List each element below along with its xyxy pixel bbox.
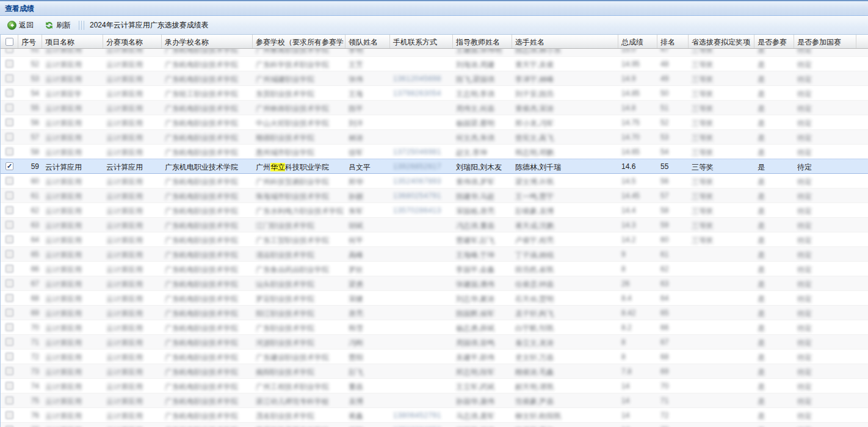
- cell-text-players: 刘子安,陈浩: [515, 90, 554, 98]
- table-row[interactable]: 51云计算应用云计算应用广东机电职业技术学院广州番禺职业技术学院李明王建国,张伟…: [1, 49, 868, 57]
- row-checkbox[interactable]: [5, 396, 13, 404]
- row-checkbox[interactable]: [5, 367, 13, 375]
- row-checkbox[interactable]: [5, 294, 13, 302]
- column-header-school[interactable]: 参赛学校（要求所有参赛学: [253, 35, 345, 48]
- cell-rank: 66: [657, 320, 689, 334]
- column-header-num[interactable]: 序号: [18, 35, 42, 48]
- column-header-teachers[interactable]: 指导教师姓名: [453, 35, 512, 48]
- table-row[interactable]: 71云计算应用云计算应用广东机电职业技术学院河源职业技术学院冯刚周国强,雷鸣秦立…: [1, 335, 868, 350]
- table-row[interactable]: 69云计算应用云计算应用广东机电职业技术学院阳江职业技术学院唐亮陈国辉,侯军孟子…: [1, 306, 868, 320]
- table-row[interactable]: 73云计算应用云计算应用广东机电职业技术学院揭阳职业技术学院彭飞郑志明,段军顾俊…: [1, 364, 868, 379]
- table-row[interactable]: 70云计算应用云计算应用广东机电职业技术学院广东职业技术学院韩雪杨志勇,薛斌白宇…: [1, 320, 868, 335]
- row-checkbox[interactable]: [5, 89, 13, 97]
- row-checkbox[interactable]: [5, 192, 13, 199]
- row-checkbox[interactable]: [5, 411, 13, 419]
- table-row[interactable]: 57云计算应用云计算应用广东机电职业技术学院顺德职业技术学院林涛何文杰,朱强曾宪…: [1, 130, 868, 145]
- cell-text-rank: 61: [660, 250, 668, 259]
- cell-teachers: 冯志强,董磊: [453, 218, 512, 232]
- grid-body[interactable]: 51云计算应用云计算应用广东机电职业技术学院广州番禺职业技术学院李明王建国,张伟…: [1, 49, 868, 427]
- select-all-header[interactable]: [1, 35, 18, 48]
- cell-joined: 是: [754, 218, 794, 232]
- cell-subevent: 云计算应用: [103, 232, 162, 246]
- column-header-players[interactable]: 选手姓名: [512, 35, 618, 48]
- row-checkbox[interactable]: [5, 323, 13, 331]
- cell-text-national: 待定: [797, 90, 812, 98]
- cell-score: 7.8: [618, 364, 657, 378]
- cell-school: 清远职业技术学院: [253, 247, 345, 261]
- row-checkbox[interactable]: [5, 118, 13, 126]
- table-row[interactable]: 55云计算应用云计算应用广东机电职业技术学院广州铁路职业技术学院陈平周伟文,何磊…: [1, 101, 868, 115]
- table-row[interactable]: 62云计算应用云计算应用广东机电职业技术学院广东水利电力职业技术学院朱军1357…: [1, 203, 868, 218]
- table-row[interactable]: 61云计算应用云计算应用广东机电职业技术学院珠海城市职业技术学院孙丽136802…: [1, 188, 868, 203]
- cell-teachers: 王海峰,于坤: [453, 247, 512, 261]
- column-header-leader[interactable]: 领队姓名: [345, 35, 390, 48]
- row-checkbox[interactable]: [5, 162, 13, 170]
- search-highlight: 华立: [270, 163, 285, 171]
- row-checkbox[interactable]: [5, 177, 13, 185]
- row-checkbox[interactable]: [5, 74, 13, 82]
- column-header-rank[interactable]: 排名: [657, 35, 689, 48]
- table-row[interactable]: 56云计算应用云计算应用广东机电职业技术学院中山火炬职业技术学院刘洋杨国梁,蔡明…: [1, 115, 868, 130]
- table-row[interactable]: 59云计算应用云计算应用广东机电职业技术学院广州华立科技职业学院吕文平13926…: [1, 159, 868, 174]
- cell-host: 广东机电职业技术学院: [162, 306, 253, 320]
- select-all-checkbox[interactable]: [5, 38, 13, 46]
- table-row[interactable]: 67云计算应用云计算应用广东机电职业技术学院汕头职业技术学院梁勇张建国,潘伟任俊…: [1, 276, 868, 291]
- table-row[interactable]: 74云计算应用云计算应用广东机电职业技术学院广州工程技术职业学院董磊王立军,武斌…: [1, 379, 868, 393]
- table-row[interactable]: 54云计算应学云计算应用广东轻工职业技术学院东莞职业技术学院王海13798263…: [1, 86, 868, 101]
- column-header-score[interactable]: 总成绩: [618, 35, 657, 48]
- cell-leader: 梁勇: [345, 276, 390, 290]
- cell-sel: [1, 101, 18, 115]
- row-checkbox[interactable]: [5, 235, 13, 243]
- row-checkbox[interactable]: [5, 133, 13, 141]
- table-row[interactable]: 72云计算应用云计算应用广东机电职业技术学院广东建设职业技术学院曹阳吴建平,邵伟…: [1, 350, 868, 364]
- column-header-host[interactable]: 承办学校名称: [162, 35, 253, 48]
- column-header-phone[interactable]: 手机联系方式: [390, 35, 453, 48]
- table-row[interactable]: 65云计算应用云计算应用广东机电职业技术学院清远职业技术学院高峰王海峰,于坤丁子…: [1, 247, 868, 262]
- column-header-project[interactable]: 项目名称: [42, 35, 103, 48]
- table-row[interactable]: 68云计算应用云计算应用广东机电职业技术学院罗定职业技术学院宋健刘志华,夏涛石天…: [1, 291, 868, 306]
- cell-players: 黄俊杰,宋涛: [512, 101, 618, 115]
- table-row[interactable]: 76云计算应用云计算应用广东机电职业技术学院茂名职业技术学院蒋鑫13806452…: [1, 408, 868, 423]
- row-checkbox[interactable]: [5, 104, 13, 112]
- row-checkbox[interactable]: [5, 382, 13, 390]
- refresh-button[interactable]: 刷新: [41, 18, 74, 32]
- cell-project: 云计算应学: [42, 86, 103, 100]
- row-checkbox[interactable]: [5, 265, 13, 273]
- cell-text-players: 顾俊涛,毛鑫: [515, 368, 554, 376]
- table-row[interactable]: 75云计算应用云计算应用广东机电职业技术学院湛江幼儿师范专科学校袁博孙国华,康伟…: [1, 393, 868, 408]
- row-checkbox[interactable]: [5, 148, 13, 156]
- cell-joined: 是: [754, 86, 794, 100]
- column-header-joined[interactable]: 是否参赛: [754, 35, 794, 48]
- row-checkbox[interactable]: [5, 49, 13, 53]
- column-header-subevent[interactable]: 分赛项名称: [103, 35, 162, 48]
- row-checkbox[interactable]: [5, 353, 13, 361]
- table-row[interactable]: 53云计算应用云计算应用广东机电职业技术学院广州城建职业学院张伟13612045…: [1, 71, 868, 86]
- cell-text-award: 三等奖: [692, 119, 714, 127]
- column-header-award[interactable]: 省选拔赛拟定奖项: [689, 35, 754, 48]
- cell-players: 史文轩,万磊: [512, 350, 618, 364]
- cell-host: 广东机电职业技术学院: [162, 174, 253, 188]
- row-checkbox[interactable]: [5, 338, 13, 346]
- column-header-filler[interactable]: [856, 35, 868, 48]
- row-checkbox[interactable]: [5, 60, 13, 68]
- row-checkbox[interactable]: [5, 206, 13, 214]
- table-row[interactable]: 66云计算应用云计算应用广东机电职业技术学院广东食品药品职业学院罗欣李国平,金鑫…: [1, 262, 868, 276]
- table-row[interactable]: 63云计算应用云计算应用广东机电职业技术学院江门职业技术学院胡斌冯志强,董磊蒋天…: [1, 218, 868, 232]
- cell-text-host: 广东机电职业技术学院: [165, 207, 238, 215]
- table-row[interactable]: 60云计算应用云计算应用广东机电职业技术学院广州科技贸易职业学院郑华135240…: [1, 174, 868, 188]
- row-checkbox[interactable]: [5, 309, 13, 317]
- row-checkbox[interactable]: [5, 221, 13, 229]
- column-header-national[interactable]: 是否参加国赛: [794, 35, 856, 48]
- table-row[interactable]: 64云计算应用云计算应用广东机电职业技术学院广东工贸职业技术学院何平曹建军,彭飞…: [1, 232, 868, 247]
- table-row[interactable]: 77云计算应用云计算应用广东机电职业技术学院肇庆医学高等专科学校崔明139102…: [1, 423, 868, 427]
- cell-sel: [1, 188, 18, 203]
- cell-text-award: 三等奖: [692, 163, 714, 171]
- cell-text-national: 待定: [797, 163, 812, 171]
- back-button[interactable]: 返回: [4, 18, 37, 32]
- row-checkbox[interactable]: [5, 250, 13, 258]
- table-row[interactable]: 52云计算应用云计算应用广东机电职业技术学院广东科学技术职业学院王芳刘海涛,周建…: [1, 57, 868, 71]
- table-row[interactable]: 58云计算应用云计算应用广东机电职业技术学院惠州城市职业学院徐军13725046…: [1, 145, 868, 159]
- cell-project: 云计算应用: [42, 393, 103, 407]
- row-checkbox[interactable]: [5, 279, 13, 287]
- cell-text-school: 珠海城市职业技术学院: [256, 192, 329, 201]
